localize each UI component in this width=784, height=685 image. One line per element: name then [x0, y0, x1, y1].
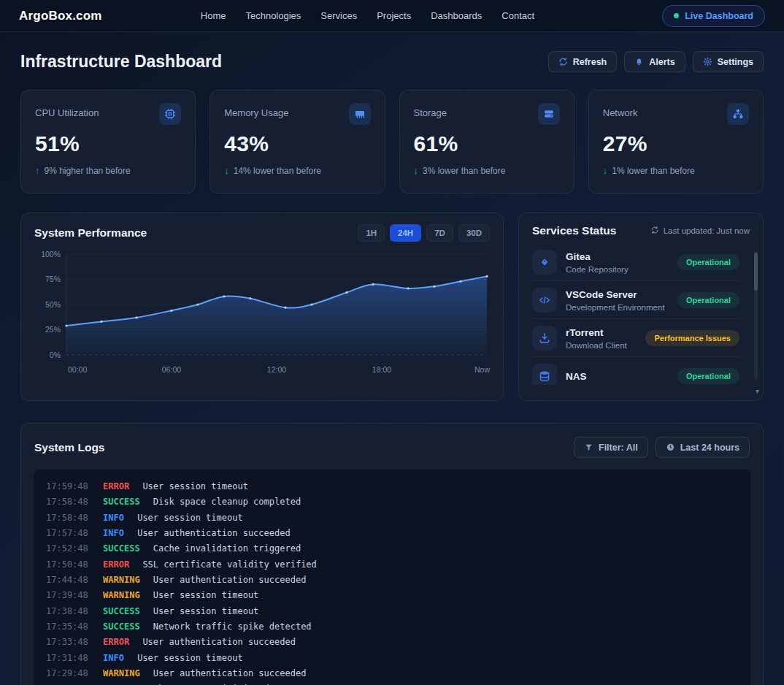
nav-item-home[interactable]: Home	[201, 10, 226, 21]
service-name: rTorrent	[566, 327, 637, 338]
svg-text:25%: 25%	[45, 325, 61, 334]
log-timestamp: 17:31:48	[46, 653, 88, 663]
delta-text: 3% lower than before	[423, 166, 505, 176]
filter-all-button[interactable]: Filter: All	[574, 437, 648, 458]
service-description: Download Client	[566, 341, 637, 350]
services-scrollbar[interactable]	[754, 251, 758, 380]
log-message: User session timeout	[137, 513, 243, 523]
metric-card-network: Network 27% ↓ 1% lower than before	[588, 90, 764, 194]
log-level: ERROR	[103, 637, 129, 647]
metric-value: 61%	[414, 131, 560, 156]
log-timestamp: 17:58:48	[46, 513, 88, 523]
nav-item-projects[interactable]: Projects	[377, 10, 411, 21]
services-status-panel: Services Status Last updated: Just now G…	[518, 213, 764, 401]
nav-item-technologies[interactable]: Technologies	[245, 10, 301, 21]
funnel-icon	[584, 443, 593, 452]
alerts-button[interactable]: Alerts	[624, 51, 685, 72]
nav-item-contact[interactable]: Contact	[501, 10, 534, 21]
live-dashboard-button[interactable]: Live Dashboard	[662, 5, 765, 27]
log-entry: 17:57:48 INFO User authentication succee…	[46, 526, 738, 541]
log-timestamp: 17:50:48	[46, 559, 88, 570]
log-message: SSL certificate validity verified	[142, 559, 316, 570]
nav-links: HomeTechnologiesServicesProjectsDashboar…	[102, 10, 634, 21]
log-level: INFO	[103, 653, 124, 663]
page-title: Infrastructure Dashboard	[20, 52, 222, 72]
services-scrollbar-thumb[interactable]	[754, 253, 758, 291]
page-header: Infrastructure Dashboard Refresh Alerts …	[0, 32, 784, 90]
metric-cards-row: CPU Utilization 51% ↑ 9% higher than bef…	[0, 90, 784, 194]
range-tab-30d[interactable]: 30D	[458, 224, 490, 242]
log-timestamp: 17:44:48	[46, 575, 88, 585]
scroll-caret-down-icon: ▾	[756, 387, 759, 395]
log-level: ERROR	[103, 481, 129, 491]
services-list[interactable]: Gitea Code Repository Operational VSCode…	[532, 243, 750, 385]
nav-item-dashboards[interactable]: Dashboards	[431, 10, 482, 21]
log-timestamp: 17:58:48	[46, 497, 88, 507]
code-icon	[532, 288, 557, 313]
log-level: WARNING	[103, 668, 140, 678]
refresh-button[interactable]: Refresh	[548, 51, 618, 72]
range-tab-1h[interactable]: 1H	[358, 224, 385, 242]
service-row-gitea[interactable]: Gitea Code Repository Operational	[532, 243, 739, 281]
metric-label: CPU Utilization	[35, 107, 99, 118]
logs-actions: Filter: All Last 24 hours	[574, 437, 750, 458]
refresh-icon	[558, 57, 568, 66]
last-updated: Last updated: Just now	[650, 226, 750, 236]
metric-card-storage: Storage 61% ↓ 3% lower than before	[399, 90, 574, 194]
delta-text: 1% lower than before	[612, 166, 694, 176]
log-timestamp: 17:57:48	[46, 528, 88, 538]
log-message: Network traffic spike detected	[153, 621, 312, 632]
svg-text:06:00: 06:00	[162, 365, 181, 374]
live-status-dot	[674, 13, 679, 18]
log-timestamp: 17:39:48	[46, 590, 88, 600]
log-message: User session timeout	[142, 481, 248, 491]
log-level: ERROR	[103, 559, 129, 570]
log-message: User authentication succeeded	[137, 528, 291, 538]
settings-button[interactable]: Settings	[693, 51, 764, 72]
bell-icon	[634, 57, 644, 66]
service-row-rtorrent[interactable]: rTorrent Download Client Performance Iss…	[532, 319, 739, 357]
log-entry: 17:31:48 INFO User session timeout	[46, 651, 738, 666]
last-updated-label: Last updated: Just now	[664, 226, 750, 235]
service-row-vscode-server[interactable]: VSCode Server Development Environment Op…	[532, 281, 739, 319]
delta-arrow-icon: ↓	[414, 165, 419, 176]
log-message: User authentication succeeded	[153, 575, 307, 585]
gear-icon	[703, 57, 712, 66]
delta-text: 14% lower than before	[234, 166, 321, 176]
metric-delta: ↓ 1% lower than before	[603, 165, 749, 176]
log-entry: 17:38:48 SUCCESS User session timeout	[46, 604, 738, 619]
log-level: INFO	[103, 528, 124, 538]
nav-item-services[interactable]: Services	[320, 10, 357, 21]
log-timestamp: 17:52:48	[46, 543, 88, 554]
log-entry: 17:29:48 WARNING User authentication suc…	[46, 666, 738, 681]
services-title: Services Status	[532, 224, 616, 237]
log-timestamp: 17:35:48	[46, 621, 88, 632]
log-entry: 17:50:48 ERROR SSL certificate validity …	[46, 557, 738, 573]
last-24-hours-button[interactable]: Last 24 hours	[656, 437, 750, 458]
log-timestamp: 17:29:48	[46, 668, 88, 678]
log-entry: 17:58:48 INFO User session timeout	[46, 510, 738, 526]
service-status-badge: Performance Issues	[645, 330, 739, 346]
storage-icon	[538, 103, 560, 125]
range-tab-7d[interactable]: 7D	[426, 224, 453, 242]
service-status-badge: Operational	[677, 368, 739, 384]
log-entry: 17:44:48 WARNING User authentication suc…	[46, 573, 738, 588]
log-level: SUCCESS	[103, 497, 140, 507]
service-row-nas[interactable]: NAS Operational	[532, 357, 739, 385]
metric-value: 51%	[35, 131, 181, 156]
metric-label: Storage	[414, 107, 447, 118]
delta-text: 9% higher than before	[45, 166, 131, 176]
log-console[interactable]: 17:59:48 ERROR User session timeout 17:5…	[33, 469, 751, 685]
brand-logo[interactable]: ArgoBox.com	[19, 9, 102, 23]
range-tab-24h[interactable]: 24H	[390, 224, 421, 242]
network-icon	[727, 103, 749, 125]
metric-label: Network	[603, 107, 638, 118]
gitea-icon	[532, 250, 557, 275]
service-status-badge: Operational	[677, 254, 739, 270]
metric-label: Memory Usage	[224, 107, 288, 118]
metric-card-cpu-utilization: CPU Utilization 51% ↑ 9% higher than bef…	[20, 90, 196, 194]
svg-text:100%: 100%	[41, 250, 61, 259]
top-navbar: ArgoBox.com HomeTechnologiesServicesProj…	[0, 0, 784, 32]
database-icon	[532, 364, 557, 385]
service-name: NAS	[566, 371, 669, 382]
